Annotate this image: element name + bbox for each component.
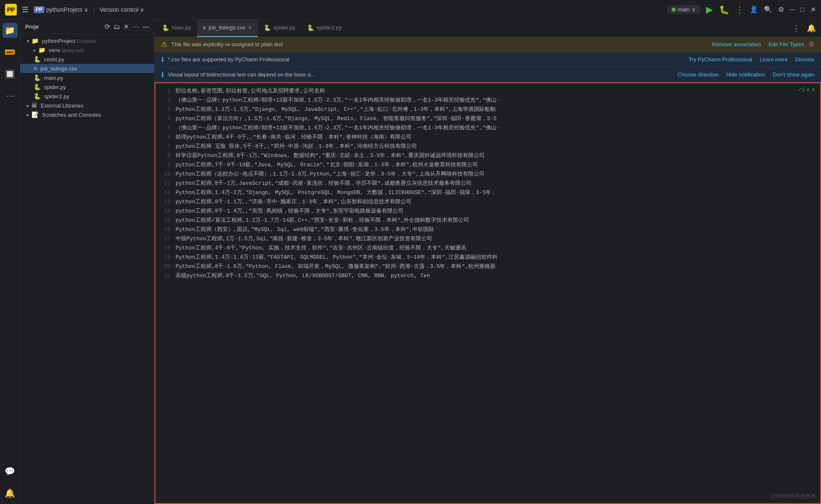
project-selector[interactable]: PP pythonProject ∨ xyxy=(34,6,88,13)
pp-badge: PP xyxy=(34,6,45,13)
tree-item-ceshi[interactable]: 🐍 ceshi.py xyxy=(20,55,154,64)
tree-label-main: main.py xyxy=(44,75,63,81)
tab-close-button[interactable]: ✕ xyxy=(248,25,252,31)
tree-item-external-libraries[interactable]: ▸ 🏛 External Libraries xyxy=(20,101,154,110)
line-content: 科学仪器Python工程师,8千-1万,"Windows, 数据结构","重庆·… xyxy=(176,151,820,160)
title-bar: PP ☰ PP pythonProject ∨ | Version contro… xyxy=(0,0,821,19)
close-icon[interactable]: ✕ xyxy=(811,5,816,13)
code-editor[interactable]: ✓1 ∧ ∨ 1职位名称,薪资范围,职位标签,公司地点及招聘要求,公司名称2（佛… xyxy=(155,82,821,504)
close-panel-icon[interactable]: ✕ xyxy=(123,23,129,31)
tree-item-scratches[interactable]: ▸ 📝 Scratches and Consoles xyxy=(20,110,154,119)
collapse-all-icon[interactable]: 🗂 xyxy=(113,23,120,31)
tree-item-spider2[interactable]: 🐍 spider2.py xyxy=(20,92,154,101)
hamburger-menu-icon[interactable]: ☰ xyxy=(20,3,30,16)
tab-spider2-label: spider2.py xyxy=(317,24,342,31)
run-button[interactable]: ▶ xyxy=(706,4,713,15)
tab-csv-icon: ≡ xyxy=(203,24,206,31)
dismiss-button[interactable]: Dismiss xyxy=(795,56,815,63)
tree-item-main[interactable]: 🐍 main.py xyxy=(20,73,154,82)
toolbar-more-button[interactable]: ⋮ xyxy=(735,5,744,15)
line-content: （佛山第一·品牌）python工程师/助理+13薪不加班,1.5万-2.3万,"… xyxy=(176,123,820,133)
version-control-selector[interactable]: Version control ∨ xyxy=(100,6,144,13)
project-tree: ▾ 📁 pythonProject C:\Users\ ▸ 📁 venv lib… xyxy=(20,34,154,504)
folder-icon: 📁 xyxy=(31,37,39,44)
sidebar-item-more[interactable]: ⋯ xyxy=(3,88,18,103)
line-content: 高级python工程师,9千-1.5万,"SQL, Python, LR/XGB… xyxy=(176,271,820,281)
debug-button[interactable]: 🐛 xyxy=(719,5,729,15)
line-content: （佛山第一·品牌）python工程师/助理+13薪不加班,1.5万-2.3万,"… xyxy=(176,96,820,105)
sidebar-item-project[interactable]: 📁 xyxy=(3,23,18,38)
warn-text: This file was explicitly re-assigned to … xyxy=(171,41,704,47)
profile-icon[interactable]: 👤 xyxy=(750,5,758,13)
edit-file-types-button[interactable]: Edit File Types xyxy=(769,41,804,47)
project-panel-header: Proje ⟳ 🗂 ✕ ⋯ — xyxy=(20,19,154,34)
learn-more-button[interactable]: Learn more xyxy=(760,56,787,63)
search-icon[interactable]: 🔍 xyxy=(764,5,772,13)
sidebar-item-terminal[interactable]: 💬 xyxy=(3,464,18,479)
dont-show-again-button[interactable]: Don't show again xyxy=(773,71,814,78)
line-number: 21 xyxy=(155,271,176,281)
try-pycharm-pro-button[interactable]: Try PyCharm Professional xyxy=(689,56,752,63)
gutter-indicator: ✓1 ∧ ∨ xyxy=(798,87,815,92)
sync-icon[interactable]: ⟳ xyxy=(105,23,110,31)
line-content: Python工程师,1.2万-1.5万,"Django, MySQL, Java… xyxy=(176,105,820,114)
tab-main-py[interactable]: 🐍 main.py xyxy=(156,19,197,37)
notification-bell-icon[interactable]: 🔔 xyxy=(803,24,819,33)
line-content: Python工程师,1.4万-1.8万·13薪,"FASTAPI, SQLMOD… xyxy=(176,253,820,262)
tree-item-spider[interactable]: 🐍 spider.py xyxy=(20,82,154,92)
line-number: 9 xyxy=(155,160,176,170)
code-line: 10Python工程师（远程办公·地点不限）,1.1万-1.9万,Python,… xyxy=(155,170,820,179)
notification-info-1: ℹ *.csv files are supported by PyCharm P… xyxy=(155,52,821,67)
sidebar-item-aws[interactable]: aws xyxy=(3,45,18,60)
hide-notification-button[interactable]: Hide notification xyxy=(726,71,765,78)
tab-bar: 🐍 main.py ≡ job_listings.csv ✕ 🐍 spider.… xyxy=(155,19,821,37)
panel-settings-icon[interactable]: ⋯ xyxy=(132,23,139,31)
tab-main-label: main.py xyxy=(172,24,191,31)
tab-job-listings[interactable]: ≡ job_listings.csv ✕ xyxy=(197,19,258,37)
tab-overflow-button[interactable]: ⋮ xyxy=(789,24,803,33)
line-content: Python工程师,1.4万-2万,"Django, MySQL, Postgr… xyxy=(176,188,820,197)
line-content: python工程师,8千-1万,JavaScript,"成都·武侯·浆洗街，经验… xyxy=(176,179,820,188)
tab-main-icon: 🐍 xyxy=(162,24,169,31)
line-content: Python工程师（西安）,面议,"MySQL, Sql, web前端","西安… xyxy=(176,225,820,234)
sidebar-item-structure[interactable]: 🔲 xyxy=(3,66,18,81)
tab-spider2-py[interactable]: 🐍 spider2.py xyxy=(301,19,348,37)
notif-gear-icon[interactable]: ⚙ xyxy=(808,40,814,48)
minimize-icon[interactable]: ─ xyxy=(790,6,795,13)
branch-selector[interactable]: main ∨ xyxy=(667,5,700,14)
tab-spider-icon: 🐍 xyxy=(264,24,271,31)
choose-direction-button[interactable]: Choose direction xyxy=(678,71,719,78)
sidebar-item-notifications-icon[interactable]: 🔔 xyxy=(3,486,18,501)
line-number: 3 xyxy=(155,105,176,114)
info-text-1: *.csv files are supported by PyCharm Pro… xyxy=(168,56,681,63)
warn-icon: ⚠ xyxy=(161,40,167,48)
panel-minimize-icon[interactable]: — xyxy=(142,23,149,31)
app-logo: PP xyxy=(5,4,17,16)
remove-association-button[interactable]: Remove association xyxy=(712,41,761,47)
code-line: 8科学仪器Python工程师,8千-1万,"Windows, 数据结构","重庆… xyxy=(155,151,820,160)
venv-folder-icon: 📁 xyxy=(38,47,45,53)
tree-label-spider: spider.py xyxy=(44,84,66,90)
settings-icon[interactable]: ⚙ xyxy=(778,5,784,13)
code-line: 17中级Python工程师,1万-1.5万,Sql,"南昌·新建·椎舍，3-5年… xyxy=(155,234,820,244)
notification-warn: ⚠ This file was explicitly re-assigned t… xyxy=(155,37,821,52)
project-chevron-icon: ∨ xyxy=(84,6,88,13)
project-name: pythonProject xyxy=(46,6,82,13)
code-line: 6助理python工程师,4千-6千,,"长春·南关·临河，经验不限，本科",奎… xyxy=(155,133,820,142)
line-content: Python工程师（远程办公·地点不限）,1.1万-1.9万,Python,"上… xyxy=(176,170,820,179)
tree-item-pythonproject[interactable]: ▾ 📁 pythonProject C:\Users\ xyxy=(20,36,154,45)
tree-label-scratches: Scratches and Consoles xyxy=(42,112,101,118)
info-icon-1: ℹ xyxy=(161,55,164,63)
tab-spider2-icon: 🐍 xyxy=(307,24,314,31)
tree-item-venv[interactable]: ▸ 📁 venv library root xyxy=(20,45,154,55)
line-number: 16 xyxy=(155,225,176,234)
line-number: 12 xyxy=(155,188,176,197)
line-content: python工程师/算法工程师,1.2万-1.7万·14薪,C++,"西安·长安… xyxy=(176,216,820,225)
line-number: 20 xyxy=(155,262,176,271)
line-content: Python工程师,4千-6千,"Python, 实施，技术支持，软件","吉安… xyxy=(176,244,820,253)
restore-icon[interactable]: □ xyxy=(800,6,805,13)
tree-item-job-listings[interactable]: ≡ job_listings.csv xyxy=(20,64,154,73)
tab-spider-py[interactable]: 🐍 spider.py xyxy=(258,19,301,37)
tab-spider-label: spider.py xyxy=(273,24,295,31)
chevron-down-icon: ▾ xyxy=(27,39,29,43)
